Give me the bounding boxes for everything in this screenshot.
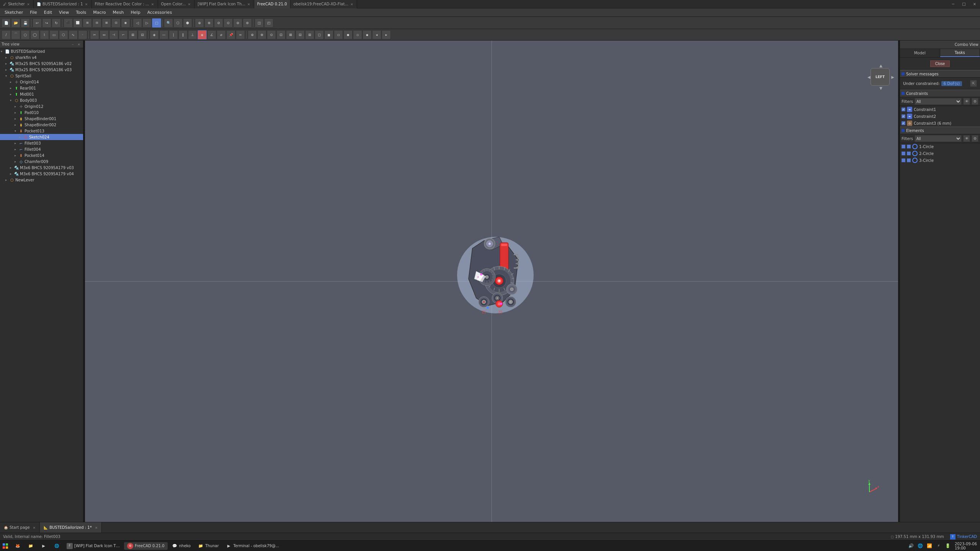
tb-more6[interactable]: ⊛ [243,18,252,28]
tree-item-n6[interactable]: ▸✛Origin014 [0,79,83,85]
menu-view[interactable]: View [56,9,72,16]
tb-more-sk10[interactable]: ◽ [334,30,343,39]
tb-more1[interactable]: ⊕ [195,18,204,28]
tree-toggle[interactable]: ▸ [10,166,14,170]
tree-toggle[interactable]: ▸ [5,56,9,59]
solver-expand-btn[interactable]: ⇱ [970,80,977,87]
tb-extra2[interactable]: ◰ [264,18,273,28]
tb-more-sk6[interactable]: ⊟ [296,30,305,39]
tree-toggle[interactable]: ▾ [1,50,5,53]
tab-close-sketcher[interactable]: × [26,2,30,6]
tb-view2[interactable]: ▷ [142,18,152,28]
tree-item-n15[interactable]: ▸⊡Sketch024 [0,134,83,140]
menu-mesh[interactable]: Mesh [110,9,127,16]
tb-save[interactable]: 💾 [21,18,30,28]
tb-more-sk9[interactable]: ◼ [324,30,333,39]
tb-nav3[interactable]: ⊞ [83,18,92,28]
elements-settings-btn[interactable]: ⚙ [972,135,978,142]
tree-item-n3[interactable]: ▸🔩M3x25 BHCS 92095A186 v02 [0,60,83,67]
menu-file[interactable]: File [27,9,40,16]
tree-item-n18[interactable]: ▸⬇Pocket014 [0,152,83,158]
constraints-eye-btn[interactable]: 👁 [963,98,970,105]
tree-item-n19[interactable]: ▸◇Chamfer009 [0,158,83,165]
tree-toggle[interactable]: ▸ [15,154,18,157]
tb-zoom2[interactable]: ⬡ [173,18,183,28]
element-item-e2[interactable]: 2-Circle [900,150,980,157]
tb-trim[interactable]: ✂ [90,30,99,39]
constraints-filter-select[interactable]: All [915,98,962,105]
tree-toggle[interactable]: ▾ [5,74,9,78]
tb-ellipse[interactable]: ◯ [30,30,39,39]
tree-toggle[interactable]: ▸ [10,172,14,176]
tb-new[interactable]: 📄 [2,18,11,28]
tb-tangent[interactable]: ≈ [236,30,245,39]
tree-toggle[interactable]: ▸ [15,105,18,108]
tb-parallel[interactable]: ∥ [178,30,188,39]
tree-item-n7[interactable]: ▸⬆Rear001 [0,85,83,91]
tb-circle[interactable]: ○ [21,30,30,39]
tb-more-sk1[interactable]: ⊕ [248,30,257,39]
tb-more-sk15[interactable]: ▸ [382,30,391,39]
menu-macro[interactable]: Macro [90,9,109,16]
elements-eye-btn[interactable]: 👁 [963,135,970,142]
tb-zoom3[interactable]: ⬢ [183,18,192,28]
tb-nav6[interactable]: ⊡ [111,18,121,28]
tb-more-sk14[interactable]: ◂ [372,30,381,39]
tb-rect[interactable]: ▭ [49,30,59,39]
tb-more-sk7[interactable]: ⊞ [305,30,314,39]
tree-item-n20[interactable]: ▸🔩M3x6 BHCS 92095A179 v03 [0,165,83,171]
tb-vertical[interactable]: | [169,30,178,39]
tree-toggle[interactable]: ▸ [10,80,14,84]
taskbar-terminal[interactable]: ▶ [38,542,50,550]
tab-flatdark[interactable]: [WIP] Flat Dark Icon Th... × [194,0,254,8]
tb-nav2[interactable]: ⬜ [73,18,82,28]
tree-item-n17[interactable]: ▸⌐Fillet004 [0,146,83,152]
tb-more-sk4[interactable]: ⊡ [276,30,286,39]
tree-item-n9[interactable]: ▾⬡Body003 [0,97,83,103]
close-task-button[interactable]: Close [930,60,950,67]
tree-item-n12[interactable]: ▸⧫ShapeBinder001 [0,116,83,122]
taskbar-files[interactable]: 📁 [24,542,37,550]
nav-left-arrow[interactable]: ◀ [867,75,871,79]
tree-toggle[interactable]: ▸ [15,148,18,151]
tb-arc[interactable]: ⌒ [11,30,20,39]
tree-toggle[interactable]: ▸ [5,62,9,65]
menu-sketcher[interactable]: Sketcher [2,9,26,16]
panel-close-btn[interactable]: × [76,42,82,47]
tree-toggle[interactable]: ▸ [15,111,18,114]
tab-tasks[interactable]: Tasks [940,49,980,57]
tb-more-sk12[interactable]: ▫ [353,30,362,39]
element-item-e1[interactable]: 1-Circle [900,143,980,150]
tab-close-flatdark[interactable]: × [247,2,251,6]
tb-more3[interactable]: ⊘ [214,18,223,28]
taskbar-browser[interactable]: 🌐 [51,542,63,550]
tb-split[interactable]: ⊣ [109,30,118,39]
tree-toggle[interactable]: ▸ [15,160,18,163]
tb-fixed[interactable]: 📌 [226,30,235,39]
tab-filter[interactable]: Filter Reactive Doc Color : ... × [92,0,158,8]
nav-cube[interactable]: ▲ ◀ LEFT ▶ ▼ [867,64,894,90]
taskbar-thunar[interactable]: 📁 Thunar [194,542,222,550]
tb-fillet-sk[interactable]: ⌐ [119,30,128,39]
tb-more-sk11[interactable]: ◾ [343,30,353,39]
tab-close-filter[interactable]: × [151,2,155,6]
minimize-button[interactable]: − [948,0,959,8]
tree-item-n2[interactable]: ▸⬡sharkfin v4 [0,54,83,60]
tb-refresh[interactable]: ↻ [52,18,61,28]
menu-edit[interactable]: Edit [41,9,55,16]
menu-tools[interactable]: Tools [73,9,89,16]
tb-nav4[interactable]: ⊟ [92,18,101,28]
tb-more-sk3[interactable]: ⊙ [267,30,276,39]
tb-angle[interactable]: ∠ [207,30,216,39]
constraint-item-c1[interactable]: ✓≡Constraint1 [900,106,980,113]
tree-item-n14[interactable]: ▾⬇Pocket013 [0,128,83,134]
taskbar-freecad[interactable]: ⚙ FreeCAD 0.21.0 [124,542,168,550]
start-button[interactable] [2,542,9,550]
nav-up-arrow[interactable]: ▲ [879,64,882,68]
nav-right-arrow[interactable]: ▶ [891,75,894,79]
tree-item-n4[interactable]: ▸🔩M3x25 BHCS 92095A186 v03 [0,67,83,73]
tree-toggle[interactable]: ▸ [10,86,14,90]
tab-obelisk[interactable]: obelisk19:FreeCAD-XD-Flat... × [291,0,357,8]
tree-toggle[interactable]: ▸ [5,68,9,72]
tab-model[interactable]: Model [900,49,940,57]
